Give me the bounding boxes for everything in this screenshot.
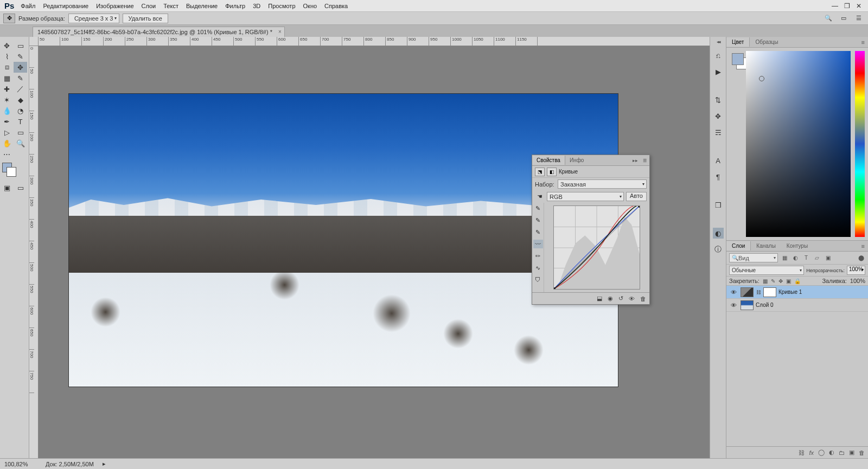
curves-graph[interactable] xyxy=(544,203,649,292)
sample-size-select[interactable]: Среднее 3 x 3▾ xyxy=(68,14,119,23)
clip-to-layer-icon[interactable]: ⬓ xyxy=(597,295,602,302)
workspace-icon[interactable]: ▭ xyxy=(838,14,850,23)
delete-adjustment-icon[interactable]: 🗑 xyxy=(640,295,646,302)
mask-link-icon[interactable]: ⛓ xyxy=(756,290,761,295)
menu-help[interactable]: Справка xyxy=(324,3,348,9)
group-icon[interactable]: 🗀 xyxy=(839,449,845,456)
layer-visibility-icon[interactable]: 👁 xyxy=(729,302,738,309)
target-adjust-icon[interactable]: ☚ xyxy=(535,193,545,200)
menu-file[interactable]: Файл xyxy=(21,3,35,9)
menu-image[interactable]: Изображение xyxy=(96,3,133,9)
mask-icon[interactable]: ◯ xyxy=(818,449,825,456)
blur-tool[interactable]: 💧 xyxy=(0,105,14,116)
path-tool[interactable]: ▷ xyxy=(0,127,14,138)
history-panel-icon[interactable]: ⎌ xyxy=(713,50,724,61)
preview-icon[interactable]: 👁 xyxy=(629,295,635,302)
panel-menu-icon[interactable]: ☰ xyxy=(853,14,865,23)
color-field[interactable] xyxy=(746,51,851,237)
screenmode-tool[interactable]: ▭ xyxy=(14,182,27,193)
curve-smooth-tool[interactable]: ∿ xyxy=(533,264,543,272)
ruler-vertical[interactable]: 0501001502002503003504004505005506006507… xyxy=(29,46,39,458)
menu-select[interactable]: Выделение xyxy=(186,3,218,9)
shape-tool[interactable]: ▭ xyxy=(14,127,27,138)
menu-type[interactable]: Текст xyxy=(163,3,178,9)
marquee-tool[interactable]: ▭ xyxy=(14,40,27,51)
layer-name[interactable]: Кривые 1 xyxy=(778,289,802,295)
brush-panel-icon[interactable]: ✥ xyxy=(713,111,724,121)
doc-size[interactable]: Док: 2,50M/2,50M xyxy=(46,461,94,467)
tab-properties[interactable]: Свойства xyxy=(532,156,565,165)
lasso-tool[interactable]: ⌇ xyxy=(0,51,14,62)
filter-shape-icon[interactable]: ▱ xyxy=(813,254,821,262)
crop-tool[interactable]: ⧈ xyxy=(0,62,14,73)
3d-panel-icon[interactable]: ❒ xyxy=(713,200,724,210)
new-layer-icon[interactable]: ▣ xyxy=(849,449,854,456)
mask-mode-icon[interactable]: ◧ xyxy=(547,168,557,176)
menu-filter[interactable]: Фильтр xyxy=(225,3,245,9)
color-fg-swatch[interactable] xyxy=(732,53,744,65)
delete-layer-icon[interactable]: 🗑 xyxy=(859,449,865,456)
lock-all-icon[interactable]: 🔒 xyxy=(794,278,801,284)
pen-tool[interactable]: ✒ xyxy=(0,116,14,127)
fill-input[interactable]: 100% xyxy=(850,278,865,284)
info-panel-icon[interactable]: ⓘ xyxy=(713,244,724,255)
zoom-level[interactable]: 100,82% xyxy=(4,461,37,467)
layer-filter-kind[interactable]: 🔍 Вид xyxy=(729,253,778,262)
ruler-horizontal[interactable]: 5010015020025030035040045050055060065070… xyxy=(39,37,710,46)
layers-panel-menu-icon[interactable]: ≡ xyxy=(858,243,868,249)
current-tool-icon[interactable]: ✥ xyxy=(3,14,15,23)
filter-adjust-icon[interactable]: ◐ xyxy=(791,254,800,262)
quick-select-tool[interactable]: ✎ xyxy=(14,51,27,62)
window-minimize[interactable]: — xyxy=(830,2,840,10)
filter-type-icon[interactable]: T xyxy=(802,254,810,262)
layer-name[interactable]: Слой 0 xyxy=(756,302,774,308)
layer-curves[interactable]: 👁 ⛓ Кривые 1 xyxy=(726,286,868,299)
preset-select[interactable]: Заказная xyxy=(558,179,647,189)
tab-info[interactable]: Инфо xyxy=(565,156,589,165)
color-panel-menu-icon[interactable]: ≡ xyxy=(858,39,868,46)
window-close[interactable]: ✕ xyxy=(854,2,864,10)
color-swatches[interactable] xyxy=(2,163,27,179)
window-restore[interactable]: ❐ xyxy=(842,2,852,10)
menu-edit[interactable]: Редактирование xyxy=(43,3,88,9)
panel-collapse-icon[interactable]: ▸▸ xyxy=(630,158,640,163)
curve-hand-tool[interactable]: ⛉ xyxy=(533,275,543,284)
menu-layers[interactable]: Слои xyxy=(142,3,156,9)
layer-thumb-curves[interactable] xyxy=(741,287,754,297)
toggle-visibility-icon[interactable]: ◉ xyxy=(608,295,613,302)
lock-artboard-icon[interactable]: ▣ xyxy=(786,278,791,284)
menu-window[interactable]: Окно xyxy=(303,3,317,9)
filter-smart-icon[interactable]: ▣ xyxy=(824,254,832,262)
tab-color[interactable]: Цвет xyxy=(726,37,750,47)
pencil-tool[interactable]: ／ xyxy=(14,83,27,94)
filter-toggle-icon[interactable]: ⬤ xyxy=(857,254,865,262)
reset-icon[interactable]: ↺ xyxy=(618,295,623,302)
curve-eyedropper-tool[interactable]: ✎ xyxy=(533,204,543,213)
blend-mode-select[interactable]: Обычные xyxy=(729,266,804,275)
status-chevron-icon[interactable]: ▸ xyxy=(103,460,106,467)
hue-slider[interactable] xyxy=(855,51,865,237)
tab-channels[interactable]: Каналы xyxy=(751,241,781,250)
more-tools[interactable]: ⋯ xyxy=(0,149,14,159)
char-panel-icon[interactable]: ⇅ xyxy=(713,94,724,105)
curve-gray-eyedropper[interactable]: ✎ xyxy=(533,228,543,236)
glyph-panel-icon[interactable]: ¶ xyxy=(713,171,724,182)
move-tool[interactable]: ✥ xyxy=(0,40,14,51)
layer-thumb-image[interactable] xyxy=(741,300,754,310)
layer-background[interactable]: 👁 Слой 0 xyxy=(726,299,868,312)
ruler-origin[interactable] xyxy=(29,37,39,46)
channel-select[interactable]: RGB xyxy=(547,192,624,201)
actions-panel-icon[interactable]: ▶ xyxy=(713,66,724,77)
paragraph-panel-icon[interactable]: A xyxy=(713,155,724,166)
type-tool[interactable]: T xyxy=(14,116,27,127)
strip-collapse-handle[interactable]: ◂◂ xyxy=(717,39,720,44)
frame-tool[interactable]: ▦ xyxy=(0,73,14,83)
adjustment-layer-icon[interactable]: ◐ xyxy=(829,449,834,456)
tab-swatches[interactable]: Образцы xyxy=(750,37,783,47)
healing-tool[interactable]: ✚ xyxy=(0,83,14,94)
hand-tool[interactable]: ✋ xyxy=(0,138,14,149)
link-layers-icon[interactable]: ⛓ xyxy=(799,449,805,456)
background-color[interactable] xyxy=(7,167,16,177)
layer-visibility-icon[interactable]: 👁 xyxy=(729,289,738,295)
auto-button[interactable]: Авто xyxy=(626,192,647,201)
